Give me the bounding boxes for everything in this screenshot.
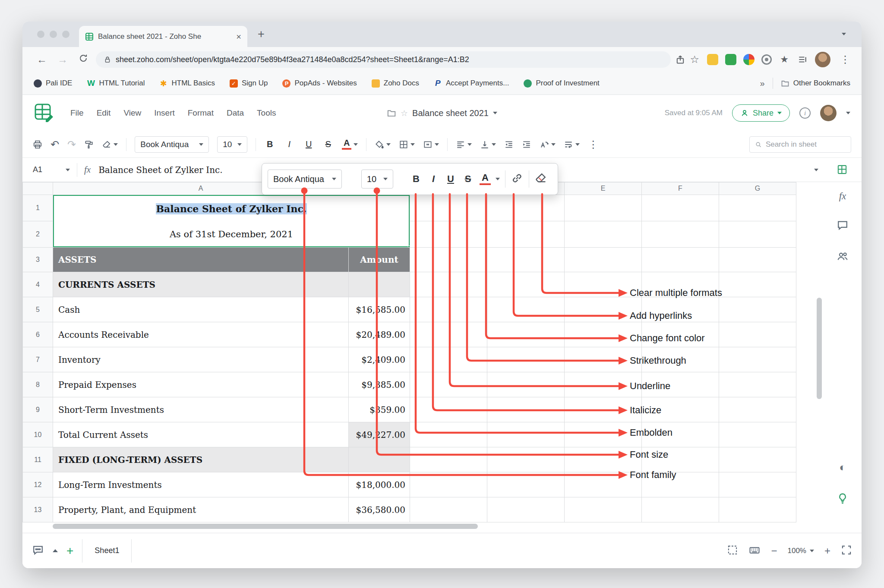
cell-fixed-assets-section[interactable]: FIXED (LONG-TERM) ASSETS: [53, 447, 349, 472]
empty-cell[interactable]: [487, 221, 565, 248]
cell-amount[interactable]: $18,000.00: [349, 472, 410, 497]
cell-label[interactable]: Long-Term Investments: [53, 472, 349, 497]
tab-close-icon[interactable]: ×: [236, 32, 241, 41]
print-button[interactable]: [33, 140, 42, 149]
row-header-7[interactable]: 7: [23, 347, 53, 372]
empty-cell[interactable]: [719, 322, 796, 347]
select-all-corner[interactable]: [23, 182, 53, 195]
redo-button[interactable]: ↷: [67, 139, 76, 150]
favorite-star-icon[interactable]: ☆: [401, 108, 408, 118]
empty-cell[interactable]: [642, 195, 719, 221]
menu-file[interactable]: File: [64, 108, 90, 118]
zoom-out-button[interactable]: −: [771, 545, 777, 557]
selection-stats-button[interactable]: [727, 544, 738, 557]
empty-cell[interactable]: [565, 221, 642, 248]
extension-star-icon[interactable]: ★: [779, 54, 790, 65]
bookmark-zoho-docs[interactable]: Zoho Docs: [372, 79, 419, 88]
bookmark-sign-up[interactable]: ✓Sign Up: [230, 79, 268, 88]
fill-color-button[interactable]: [375, 140, 391, 149]
row-header-3[interactable]: 3: [23, 248, 53, 272]
extension-circle-icon[interactable]: [761, 54, 772, 65]
extension-pinwheel-icon[interactable]: [743, 54, 755, 65]
cell-amount[interactable]: $20,489.00: [349, 322, 410, 347]
empty-cell[interactable]: [642, 221, 719, 248]
empty-cell[interactable]: [719, 248, 796, 272]
sidebar-comments-button[interactable]: [837, 219, 849, 233]
underline-button[interactable]: U: [303, 139, 314, 149]
undo-button[interactable]: ↶: [51, 139, 59, 150]
cell-amount[interactable]: $36,580.00: [349, 497, 410, 522]
traffic-light-close[interactable]: [37, 31, 44, 38]
share-page-button[interactable]: [675, 54, 685, 65]
folder-icon[interactable]: [387, 108, 396, 118]
search-in-sheet-input[interactable]: [766, 140, 846, 149]
empty-cell[interactable]: [487, 472, 565, 497]
horizontal-align-button[interactable]: [456, 140, 472, 149]
popup-clear-format-button[interactable]: [534, 172, 547, 186]
more-toolbar-options-button[interactable]: ⋮: [588, 139, 598, 150]
empty-cell[interactable]: [487, 397, 565, 422]
sheet-list-chevron-up-icon[interactable]: [53, 549, 58, 552]
popup-italic-button[interactable]: I: [426, 173, 441, 185]
extension-note-icon[interactable]: [707, 54, 718, 65]
row-header-6[interactable]: 6: [23, 322, 53, 347]
reload-button[interactable]: [75, 53, 92, 66]
fullscreen-button[interactable]: [841, 544, 852, 557]
empty-cell[interactable]: [487, 272, 565, 297]
row-header-1[interactable]: 1: [23, 195, 53, 221]
empty-cell[interactable]: [719, 195, 796, 221]
empty-cell[interactable]: [642, 497, 719, 522]
row-header-5[interactable]: 5: [23, 297, 53, 322]
horizontal-scrollbar[interactable]: [53, 524, 478, 529]
row-header-11[interactable]: 11: [23, 447, 53, 472]
menu-format[interactable]: Format: [181, 108, 220, 118]
document-title-chevron-icon[interactable]: [493, 112, 497, 114]
empty-cell[interactable]: [719, 297, 796, 322]
cell-label[interactable]: Cash: [53, 297, 349, 322]
menu-edit[interactable]: Edit: [90, 108, 117, 118]
extension-list-icon[interactable]: [797, 54, 808, 65]
empty-cell[interactable]: [410, 472, 487, 497]
merge-cells-button[interactable]: [423, 140, 439, 149]
column-header-f[interactable]: F: [642, 182, 719, 195]
empty-cell[interactable]: [487, 195, 565, 221]
empty-cell[interactable]: [410, 195, 487, 221]
cell-label[interactable]: Prepaid Expenses: [53, 372, 349, 397]
empty-cell[interactable]: [410, 248, 487, 272]
info-button[interactable]: i: [799, 107, 811, 119]
vertical-scrollbar[interactable]: [817, 298, 822, 399]
font-family-select[interactable]: Book Antiqua: [135, 136, 209, 153]
back-button[interactable]: ←: [34, 53, 50, 66]
row-header-4[interactable]: 4: [23, 272, 53, 297]
empty-cell[interactable]: [410, 322, 487, 347]
strikethrough-button[interactable]: S: [322, 139, 334, 149]
cell-total-amount[interactable]: $49,227.00: [349, 422, 410, 447]
column-header-g[interactable]: G: [719, 182, 796, 195]
bookmark-accept-payments[interactable]: PAccept Payments...: [434, 79, 509, 88]
wrap-text-button[interactable]: [564, 140, 580, 149]
empty-cell[interactable]: [719, 372, 796, 397]
decrease-indent-button[interactable]: [504, 140, 514, 149]
tab-search-chevron-icon[interactable]: [842, 33, 846, 35]
cell-assets-header[interactable]: ASSETS: [53, 248, 349, 272]
popup-font-family-select[interactable]: Book Antiqua: [268, 170, 342, 189]
url-bar[interactable]: sheet.zoho.com/sheet/open/ktgta4e220d75e…: [96, 51, 671, 68]
cell-amount[interactable]: $359.00: [349, 397, 410, 422]
bookmark-pali-ide[interactable]: Pali IDE: [34, 79, 72, 88]
share-button[interactable]: Share: [732, 104, 790, 122]
popup-strikethrough-button[interactable]: S: [460, 173, 476, 185]
row-header-8[interactable]: 8: [23, 372, 53, 397]
empty-cell[interactable]: [487, 497, 565, 522]
empty-cell[interactable]: [410, 297, 487, 322]
traffic-light-minimize[interactable]: [50, 31, 57, 38]
menu-insert[interactable]: Insert: [148, 108, 181, 118]
forward-button[interactable]: →: [54, 53, 71, 66]
sheet-tab-sheet1[interactable]: Sheet1: [82, 539, 132, 563]
empty-cell[interactable]: [410, 372, 487, 397]
cell-current-assets-section[interactable]: CURRENTS ASSETS: [53, 272, 349, 297]
empty-cell[interactable]: [719, 272, 796, 297]
popup-font-color-button[interactable]: A: [477, 173, 500, 185]
increase-indent-button[interactable]: [522, 140, 531, 149]
popup-underline-button[interactable]: U: [443, 173, 458, 185]
bookmark-popads[interactable]: PPopAds - Websites: [282, 79, 357, 88]
